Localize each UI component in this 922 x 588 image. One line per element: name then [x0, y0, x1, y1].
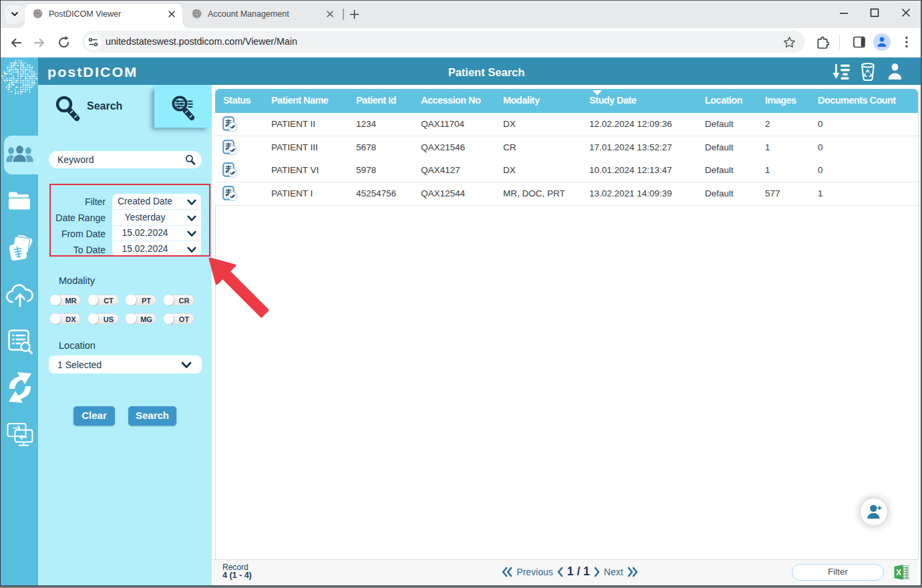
svg-text:X: X — [896, 568, 901, 577]
